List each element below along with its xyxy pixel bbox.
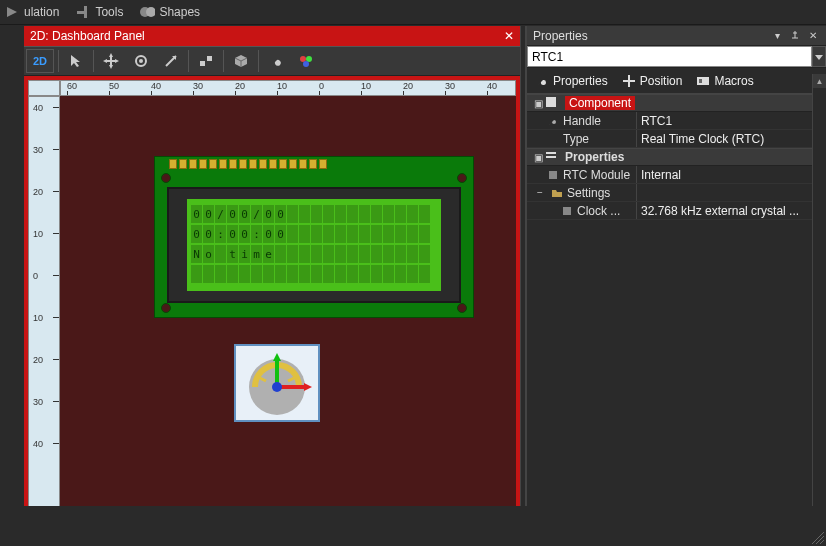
list-icon xyxy=(545,150,559,164)
prop-key: RTC Module xyxy=(563,168,630,182)
svg-marker-28 xyxy=(815,55,823,60)
lcd-component[interactable]: 00/00/0000:00:00Notime xyxy=(154,156,474,318)
properties-header[interactable]: Properties ▾ ✕ xyxy=(527,26,826,46)
menu-tools[interactable]: Tools xyxy=(75,4,123,20)
lcd-cell: 0 xyxy=(239,225,250,243)
collapse-icon[interactable]: ▣ xyxy=(533,98,543,109)
prop-handle[interactable]: Handle RTC1 xyxy=(527,112,826,130)
lcd-cell xyxy=(371,265,382,283)
svg-rect-1 xyxy=(77,11,85,14)
prop-value[interactable]: 32.768 kHz external crystal ... xyxy=(641,204,799,218)
svg-marker-5 xyxy=(71,55,80,67)
item-icon xyxy=(547,169,559,181)
svg-point-27 xyxy=(272,382,282,392)
collapse-icon[interactable]: − xyxy=(535,187,545,198)
dashboard-titlebar[interactable]: 2D: Dashboard Panel ✕ xyxy=(24,26,520,46)
prop-value[interactable]: RTC1 xyxy=(641,114,672,128)
menu-simulation[interactable]: ulation xyxy=(4,4,59,20)
lcd-cell xyxy=(323,225,334,243)
lcd-cell xyxy=(191,265,202,283)
svg-rect-36 xyxy=(563,207,571,215)
svg-point-18 xyxy=(303,61,309,67)
ruler-tick: 0 xyxy=(319,81,324,91)
svg-marker-24 xyxy=(273,353,281,361)
svg-marker-6 xyxy=(109,53,113,57)
lcd-cell xyxy=(407,225,418,243)
collapse-icon[interactable]: ▣ xyxy=(533,152,543,163)
prop-type[interactable]: Type Real Time Clock (RTC) xyxy=(527,130,826,148)
dropdown-icon[interactable] xyxy=(812,46,826,67)
svg-line-38 xyxy=(816,536,824,544)
close-icon[interactable]: ✕ xyxy=(504,29,514,43)
ruler-tick: 40 xyxy=(487,81,497,91)
lcd-pin xyxy=(229,159,237,169)
svg-rect-13 xyxy=(200,61,205,66)
cube-tool[interactable] xyxy=(227,49,255,73)
left-gutter xyxy=(0,26,24,546)
lcd-cell xyxy=(335,205,346,223)
lcd-cell xyxy=(215,245,226,263)
scroll-up-icon[interactable]: ▲ xyxy=(813,74,826,88)
wrench-tool[interactable] xyxy=(262,49,290,73)
lcd-cell xyxy=(347,205,358,223)
pin-icon[interactable] xyxy=(788,29,802,43)
prop-key: Handle xyxy=(563,114,601,128)
lcd-cell xyxy=(335,265,346,283)
color-tool[interactable] xyxy=(292,49,320,73)
menu-label: ulation xyxy=(24,5,59,19)
rtc-component[interactable] xyxy=(234,344,320,422)
scrollbar[interactable]: ▲ xyxy=(812,74,826,546)
ruler-tick: 20 xyxy=(403,81,413,91)
section-properties[interactable]: ▣ Properties xyxy=(527,148,826,166)
lcd-cell xyxy=(275,245,286,263)
ruler-tick: 0 xyxy=(33,271,38,281)
lcd-cell xyxy=(395,225,406,243)
lcd-cell xyxy=(227,265,238,283)
ruler-tick: 60 xyxy=(67,81,77,91)
lcd-cell xyxy=(347,265,358,283)
lcd-cell: 0 xyxy=(227,205,238,223)
pointer-tool[interactable] xyxy=(62,49,90,73)
section-component[interactable]: ▣ Component xyxy=(527,94,826,112)
lcd-pins xyxy=(169,159,327,169)
lcd-cell: e xyxy=(263,245,274,263)
svg-line-39 xyxy=(820,540,824,544)
section-settings[interactable]: −Settings xyxy=(527,184,826,202)
prop-value[interactable]: Internal xyxy=(641,168,681,182)
tab-properties[interactable]: Properties xyxy=(535,74,608,88)
ruler-tick: 10 xyxy=(33,229,43,239)
move-icon xyxy=(622,74,636,88)
zoom-tool[interactable] xyxy=(157,49,185,73)
menu-shapes[interactable]: Shapes xyxy=(139,4,200,20)
svg-marker-7 xyxy=(109,65,113,69)
lcd-cell: 0 xyxy=(263,205,274,223)
lcd-cell xyxy=(407,265,418,283)
menubar: ulation Tools Shapes xyxy=(0,0,826,24)
ruler-tick: 40 xyxy=(151,81,161,91)
lcd-cell xyxy=(311,225,322,243)
dropdown-icon[interactable]: ▾ xyxy=(770,29,784,43)
lcd-cell xyxy=(419,205,430,223)
wrench-icon xyxy=(535,74,549,88)
lcd-cell xyxy=(239,265,250,283)
snap-tool[interactable] xyxy=(192,49,220,73)
component-search-input[interactable] xyxy=(527,46,812,67)
prop-clock[interactable]: Clock ... 32.768 kHz external crystal ..… xyxy=(527,202,826,220)
rotate-tool[interactable] xyxy=(127,49,155,73)
pan-tool[interactable] xyxy=(97,49,125,73)
lcd-cell xyxy=(395,205,406,223)
lcd-cell xyxy=(287,245,298,263)
tab-label: Macros xyxy=(714,74,753,88)
lcd-cell: 0 xyxy=(191,225,202,243)
prop-rtc-module[interactable]: RTC Module Internal xyxy=(527,166,826,184)
resize-grip-icon[interactable] xyxy=(812,532,824,544)
ruler-horizontal: 605040302010010203040 xyxy=(60,80,516,96)
mode-2d-button[interactable]: 2D xyxy=(26,49,54,73)
close-icon[interactable]: ✕ xyxy=(806,29,820,43)
tab-position[interactable]: Position xyxy=(622,74,683,88)
ruler-tick: 30 xyxy=(445,81,455,91)
lcd-cell xyxy=(323,245,334,263)
tab-macros[interactable]: Macros xyxy=(696,74,753,88)
lcd-cell xyxy=(359,245,370,263)
canvas[interactable]: 00/00/0000:00:00Notime xyxy=(60,96,516,522)
